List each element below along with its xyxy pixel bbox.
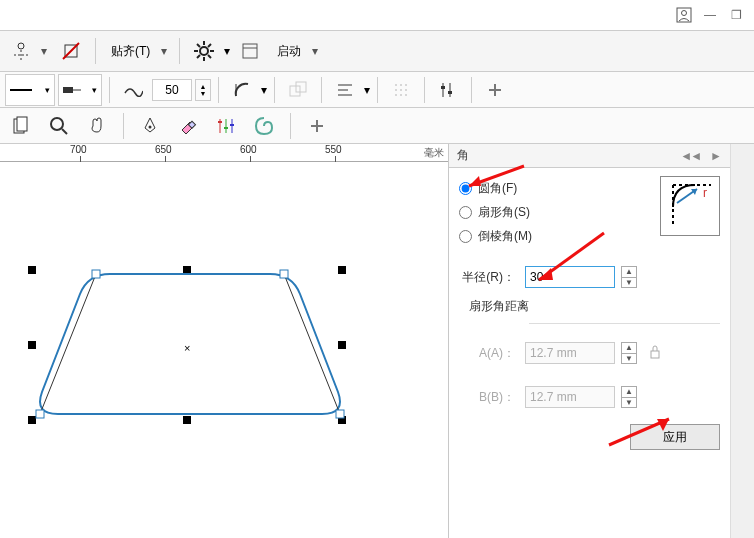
- svg-rect-37: [441, 86, 445, 89]
- a-spinner: ▲▼: [621, 342, 637, 364]
- add-button[interactable]: [479, 74, 511, 106]
- svg-line-45: [62, 129, 67, 134]
- svg-rect-58: [36, 410, 44, 418]
- snap-dropdown[interactable]: 贴齐(T) ▾: [104, 35, 171, 67]
- a-label: A(A)：: [459, 345, 519, 362]
- svg-line-13: [208, 55, 211, 58]
- svg-point-27: [395, 84, 397, 86]
- svg-point-7: [200, 47, 208, 55]
- tool-toolbar: [0, 108, 754, 144]
- zoom-button[interactable]: [43, 110, 75, 142]
- layout-button[interactable]: [234, 35, 266, 67]
- svg-point-1: [682, 11, 687, 16]
- property-bar: ▾ ▾ ▲▼ ▾ ▾: [0, 72, 754, 108]
- svg-rect-49: [218, 121, 222, 123]
- chamfer-radio-input[interactable]: [459, 230, 472, 243]
- round-radio-input[interactable]: [459, 182, 472, 195]
- corner-preview: r: [660, 176, 720, 236]
- apply-button[interactable]: 应用: [630, 424, 720, 450]
- smooth-value-input[interactable]: [152, 79, 192, 101]
- spinner-control[interactable]: ▲▼: [195, 79, 211, 101]
- guides-dropdown[interactable]: ▾: [5, 35, 51, 67]
- distribute-button[interactable]: [385, 74, 417, 106]
- svg-rect-65: [651, 351, 659, 358]
- user-icon[interactable]: [676, 7, 692, 23]
- selected-shape[interactable]: [30, 262, 350, 432]
- pan-button[interactable]: [81, 110, 113, 142]
- sliders-button[interactable]: [432, 74, 464, 106]
- align-caret[interactable]: ▾: [364, 83, 370, 97]
- b-field: B(B)： ▲▼: [459, 382, 720, 412]
- docker-nav-prev[interactable]: ◄◄: [680, 149, 700, 163]
- docker-tabs[interactable]: [730, 144, 754, 538]
- cap-style-dropdown[interactable]: ▾: [58, 74, 102, 106]
- svg-rect-57: [280, 270, 288, 278]
- eraser-tool-button[interactable]: [172, 110, 204, 142]
- radius-field: 半径(R)： ▲▼: [459, 262, 720, 292]
- svg-point-29: [405, 84, 407, 86]
- snap-label: 贴齐(T): [111, 43, 150, 60]
- page-button[interactable]: [5, 110, 37, 142]
- svg-rect-39: [448, 91, 452, 94]
- scallop-radio-input[interactable]: [459, 206, 472, 219]
- svg-point-30: [395, 89, 397, 91]
- svg-line-15: [208, 44, 211, 47]
- line-style-dropdown[interactable]: ▾: [5, 74, 55, 106]
- svg-rect-51: [224, 127, 228, 129]
- scallop-group-label: 扇形角距离: [459, 298, 720, 315]
- b-spinner: ▲▼: [621, 386, 637, 408]
- minimize-button[interactable]: —: [702, 7, 718, 23]
- svg-rect-22: [290, 86, 300, 96]
- spiral-tool-button[interactable]: [248, 110, 280, 142]
- svg-point-33: [395, 94, 397, 96]
- weld-button[interactable]: [282, 74, 314, 106]
- svg-rect-43: [17, 117, 27, 131]
- docker-header: 角 ◄◄ ►: [449, 144, 730, 168]
- svg-point-35: [405, 94, 407, 96]
- pen-tool-button[interactable]: [134, 110, 166, 142]
- content-area: 700 650 600 550 毫米 ×: [0, 144, 754, 538]
- main-toolbar: ▾ 贴齐(T) ▾ ▾ 启动 ▾: [0, 30, 754, 72]
- corners-docker: 角 ◄◄ ► 圆角(F) 扇形角(S) 倒棱角(M): [448, 144, 754, 538]
- equalizer-button[interactable]: [210, 110, 242, 142]
- horizontal-ruler: 700 650 600 550 毫米: [0, 144, 448, 162]
- svg-text:r: r: [703, 186, 707, 200]
- arc-tool-button[interactable]: [226, 74, 258, 106]
- launch-label: 启动: [277, 43, 301, 60]
- svg-point-2: [18, 43, 24, 49]
- svg-point-44: [51, 118, 63, 130]
- svg-rect-56: [92, 270, 100, 278]
- settings-button[interactable]: [188, 35, 220, 67]
- title-bar: — ❐: [0, 0, 754, 30]
- canvas-area[interactable]: 700 650 600 550 毫米 ×: [0, 144, 448, 538]
- b-label: B(B)：: [459, 389, 519, 406]
- docker-nav-next[interactable]: ►: [710, 149, 722, 163]
- radius-spinner[interactable]: ▲▼: [621, 266, 637, 288]
- docker-title: 角: [457, 147, 469, 164]
- ruler-unit: 毫米: [424, 146, 444, 160]
- a-field: A(A)： ▲▼: [459, 338, 720, 368]
- svg-point-32: [405, 89, 407, 91]
- launch-dropdown[interactable]: 启动 ▾: [270, 35, 322, 67]
- radius-label: 半径(R)：: [459, 269, 519, 286]
- svg-line-12: [197, 44, 200, 47]
- canvas[interactable]: ×: [0, 162, 448, 538]
- svg-point-31: [400, 89, 402, 91]
- add-tool-button[interactable]: [301, 110, 333, 142]
- svg-rect-23: [296, 82, 306, 92]
- svg-point-46: [149, 125, 152, 128]
- freehand-smooth-icon: [117, 74, 149, 106]
- radius-input[interactable]: [525, 266, 615, 288]
- lock-icon[interactable]: [649, 345, 661, 362]
- svg-rect-53: [230, 124, 234, 126]
- remove-guides-button[interactable]: [55, 35, 87, 67]
- svg-point-34: [400, 94, 402, 96]
- svg-line-14: [197, 55, 200, 58]
- svg-rect-59: [336, 410, 344, 418]
- a-input: [525, 342, 615, 364]
- arc-caret[interactable]: ▾: [261, 83, 267, 97]
- align-button[interactable]: [329, 74, 361, 106]
- settings-caret[interactable]: ▾: [224, 44, 230, 58]
- svg-rect-16: [243, 44, 257, 58]
- restore-button[interactable]: ❐: [728, 7, 744, 23]
